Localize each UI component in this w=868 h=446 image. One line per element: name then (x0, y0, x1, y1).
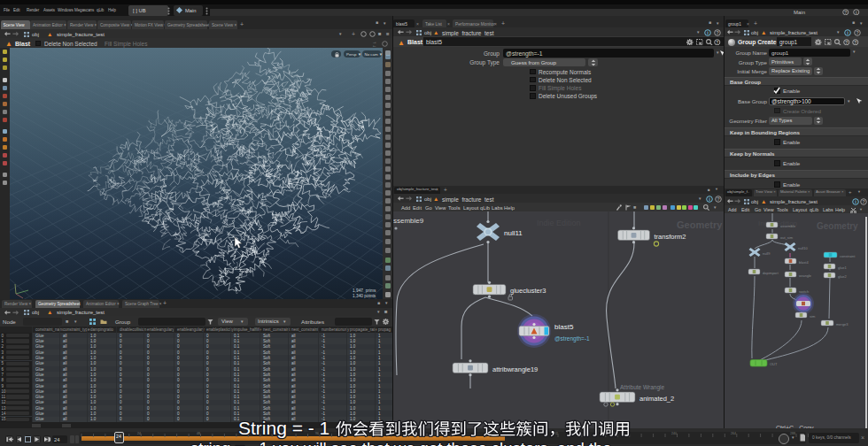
svg-text:Attribute Wrangle: Attribute Wrangle (620, 384, 664, 391)
svg-text:i: i (847, 30, 849, 35)
svg-text:glue1: glue1 (838, 265, 848, 270)
svg-text:?: ? (844, 9, 847, 14)
svg-text:@strength=-1: @strength=-1 (554, 335, 590, 342)
svg-text:glue2: glue2 (838, 274, 848, 279)
svg-text:merge3: merge3 (836, 322, 849, 327)
svg-text:?: ? (854, 39, 856, 44)
svg-text:assemble: assemble (780, 224, 796, 228)
svg-text:ssemble9: ssemble9 (393, 217, 424, 225)
svg-text:i: i (707, 30, 709, 35)
svg-text:i: i (709, 196, 710, 202)
svg-text:switch: switch (799, 289, 809, 294)
svg-text:?: ? (862, 199, 865, 204)
svg-text:Geometry: Geometry (677, 219, 723, 230)
svg-text:blast4: blast4 (799, 260, 809, 265)
svg-text:blast5: blast5 (554, 323, 574, 331)
svg-text:dopimport: dopimport (763, 271, 779, 275)
svg-text:wrangle: wrangle (799, 273, 812, 278)
svg-text:?: ? (716, 39, 718, 44)
svg-text:?: ? (717, 196, 720, 202)
svg-text:out_sim: out_sim (780, 235, 794, 240)
svg-text:Geometry: Geometry (817, 221, 858, 231)
svg-text:sim: sim (810, 314, 816, 319)
svg-text:?: ? (716, 30, 719, 35)
svg-text:?: ? (845, 39, 848, 44)
svg-text:gluecluster3: gluecluster3 (510, 287, 546, 295)
svg-text:i: i (855, 199, 856, 204)
svg-text:OUT: OUT (770, 362, 778, 366)
svg-text:attribwrangle19: attribwrangle19 (492, 365, 538, 373)
svg-text:null11: null11 (504, 229, 523, 237)
svg-text:Indie Edition: Indie Edition (537, 219, 581, 227)
svg-text:null10: null10 (798, 246, 808, 250)
svg-text:transform2: transform2 (655, 233, 686, 241)
svg-text:String = - 1: String = - 1 (238, 418, 329, 438)
svg-text:i: i (856, 9, 857, 14)
svg-text:?: ? (856, 30, 859, 35)
svg-text:string = - 1 you will see that: string = - 1 you will see that we got th… (190, 442, 612, 446)
svg-text:constraint: constraint (840, 254, 856, 258)
svg-text:animated_2: animated_2 (639, 395, 674, 403)
svg-text:null9: null9 (763, 251, 771, 256)
